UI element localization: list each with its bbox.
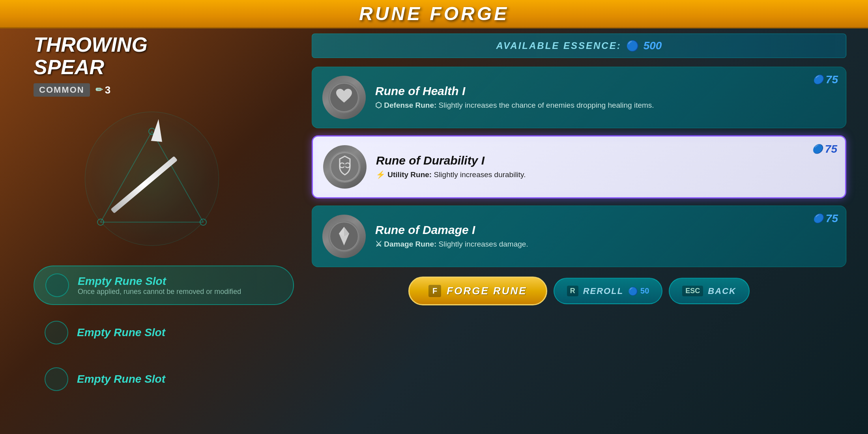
rune-card-health[interactable]: 🔵 75 Rune of Health I ⬡ Defense Rune: Sl…	[312, 67, 846, 128]
rune-slot-circle-3	[45, 367, 68, 391]
rune-cost-health: 🔵 75	[813, 73, 838, 86]
damage-rune-svg	[327, 220, 361, 253]
essence-value: 500	[644, 39, 662, 52]
spear-visual	[77, 104, 227, 254]
forge-key: F	[428, 285, 441, 297]
rune-slot-subtitle-1: Once applied, runes cannot be removed or…	[78, 288, 241, 296]
rune-slot-text-2: Empty Rune Slot	[77, 326, 283, 339]
weapon-meta: COMMON ✏ 3	[34, 83, 294, 97]
essence-label: AVAILABLE ESSENCE:	[496, 40, 621, 51]
rune-icon-durability	[323, 145, 367, 189]
reroll-cost-icon: 🔵	[628, 286, 638, 296]
rune-slot-text-1: Empty Rune Slot Once applied, runes cann…	[78, 275, 282, 296]
svg-marker-5	[143, 119, 171, 147]
forge-label: FORGE RUNE	[447, 285, 527, 297]
rune-slot-1[interactable]: Empty Rune Slot Once applied, runes cann…	[34, 266, 294, 305]
essence-icon: 🔵	[626, 40, 639, 52]
rune-card-name-damage: Rune of Damage I	[375, 223, 836, 237]
back-key: ESC	[682, 286, 703, 296]
left-panel: THROWING SPEAR COMMON ✏ 3	[34, 34, 294, 426]
durability-rune-svg	[328, 150, 362, 184]
header-bar: RUNE FORGE	[0, 0, 868, 28]
rune-card-content-damage: Rune of Damage I ⚔ Damage Rune: Slightly…	[375, 223, 836, 250]
rune-card-desc-durability: ⚡ Utility Rune: Slightly increases durab…	[376, 170, 835, 180]
back-label: BACK	[708, 286, 736, 296]
health-rune-svg	[327, 81, 361, 114]
rune-card-name-durability: Rune of Durability I	[376, 154, 835, 167]
level-badge: ✏ 3	[95, 84, 110, 96]
rune-icon-health	[322, 76, 366, 119]
cost-icon-damage: 🔵	[813, 213, 823, 224]
cost-icon-durability: 🔵	[812, 144, 823, 154]
rune-card-desc-damage: ⚔ Damage Rune: Slightly increases damage…	[375, 239, 836, 250]
reroll-key: R	[567, 286, 578, 296]
reroll-cost: 🔵 50	[628, 286, 649, 296]
rune-slot-title-2: Empty Rune Slot	[77, 326, 283, 339]
rune-card-name-health: Rune of Health I	[375, 84, 836, 98]
forge-rune-button[interactable]: F FORGE RUNE	[408, 277, 547, 305]
rune-slots-container: Empty Rune Slot Once applied, runes cann…	[34, 266, 294, 398]
rune-slot-circle-2	[45, 321, 68, 344]
reroll-label: REROLL	[583, 286, 623, 296]
rune-card-durability[interactable]: 🔵 75 Rune of Durability I ⚡ Ut	[312, 135, 846, 198]
rune-slot-circle-1	[45, 273, 69, 297]
rune-slot-2[interactable]: Empty Rune Slot	[34, 314, 294, 352]
rune-card-content-durability: Rune of Durability I ⚡ Utility Rune: Sli…	[376, 154, 835, 180]
page-title: RUNE FORGE	[359, 3, 509, 24]
pencil-icon: ✏	[95, 85, 103, 95]
rune-slot-3[interactable]: Empty Rune Slot	[34, 360, 294, 398]
rune-cost-damage: 🔵 75	[813, 212, 838, 225]
rune-card-damage[interactable]: 🔵 75 Rune of Damage I ⚔ Damage Rune: Sli…	[312, 206, 846, 267]
rune-cost-durability: 🔵 75	[812, 143, 837, 155]
back-button[interactable]: ESC BACK	[669, 278, 750, 304]
weapon-name: THROWING SPEAR	[34, 34, 294, 79]
rune-slot-text-3: Empty Rune Slot	[77, 373, 283, 385]
rune-slot-title-1: Empty Rune Slot	[78, 275, 282, 288]
right-panel: AVAILABLE ESSENCE: 🔵 500 🔵 75 Rune of	[312, 34, 846, 426]
rune-slot-title-3: Empty Rune Slot	[77, 373, 283, 385]
cost-icon-health: 🔵	[813, 75, 823, 85]
svg-rect-13	[344, 164, 346, 166]
essence-bar: AVAILABLE ESSENCE: 🔵 500	[312, 34, 846, 58]
bottom-buttons: F FORGE RUNE R REROLL 🔵 50 ESC BACK	[312, 277, 846, 305]
rune-card-content-health: Rune of Health I ⬡ Defense Rune: Slightl…	[375, 84, 836, 111]
reroll-button[interactable]: R REROLL 🔵 50	[554, 278, 663, 304]
rune-cards-container: 🔵 75 Rune of Health I ⬡ Defense Rune: Sl…	[312, 67, 846, 267]
svg-rect-4	[110, 156, 178, 214]
rune-card-desc-health: ⬡ Defense Rune: Slightly increases the c…	[375, 100, 836, 111]
rarity-badge: COMMON	[34, 83, 90, 97]
rune-icon-damage	[322, 215, 366, 258]
weapon-image-area	[34, 104, 270, 254]
